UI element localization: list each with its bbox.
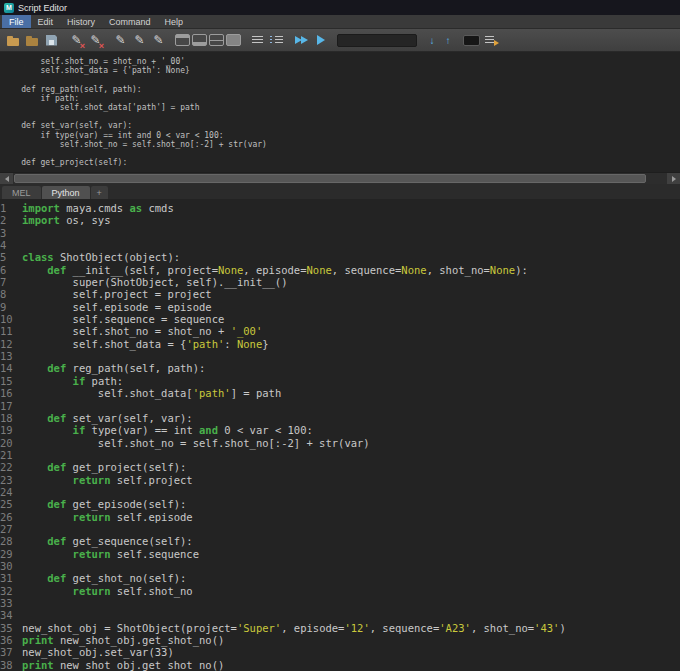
line-number: 14 xyxy=(0,362,22,374)
line-number: 30 xyxy=(0,560,22,572)
quick-help-swatch[interactable] xyxy=(463,35,480,46)
code-line: 36print new_shot_obj.get_shot_no() xyxy=(0,634,680,646)
clear-input-icon[interactable]: ✎ xyxy=(87,32,104,49)
tab-mel[interactable]: MEL xyxy=(2,186,41,199)
line-number: 37 xyxy=(0,646,22,658)
source-script-icon[interactable] xyxy=(24,32,41,49)
line-number: 17 xyxy=(0,400,22,412)
tab-python[interactable]: Python xyxy=(42,186,90,199)
execute-icon[interactable] xyxy=(312,32,329,49)
line-number: 32 xyxy=(0,585,22,597)
code-line: 8 self.project = project xyxy=(0,288,680,300)
code-line: 10 self.sequence = sequence xyxy=(0,313,680,325)
history-output: self.shot_no = shot_no + '_00' self.shot… xyxy=(2,57,680,167)
menu-edit[interactable]: Edit xyxy=(31,15,61,28)
line-number: 20 xyxy=(0,437,22,449)
line-number: 7 xyxy=(0,276,22,288)
script-editor-window: M Script Editor FileEditHistoryCommandHe… xyxy=(0,0,680,671)
code-line: 37new_shot_obj.set_var(33) xyxy=(0,646,680,658)
code-line: 35new_shot_obj = ShotObject(project='Sup… xyxy=(0,622,680,634)
line-number: 10 xyxy=(0,313,22,325)
menu-command[interactable]: Command xyxy=(102,15,158,28)
search-down-icon[interactable]: ↓ xyxy=(425,32,439,49)
execute-all-icon[interactable] xyxy=(293,32,310,49)
show-input-pane-icon[interactable] xyxy=(192,34,207,46)
code-line: self.shot_data = {'path': None} xyxy=(2,66,680,75)
menu-history[interactable]: History xyxy=(60,15,102,28)
line-number: 35 xyxy=(0,622,22,634)
history-hscrollbar[interactable] xyxy=(0,172,680,184)
open-script-icon[interactable] xyxy=(5,32,22,49)
window-title: Script Editor xyxy=(18,3,67,13)
history-pane[interactable]: self.shot_no = shot_no + '_00' self.shot… xyxy=(0,52,680,172)
code-line: 9 self.episode = episode xyxy=(0,301,680,313)
code-line: 4 xyxy=(0,239,680,251)
line-number: 36 xyxy=(0,634,22,646)
code-line: 17 xyxy=(0,400,680,412)
line-number: 2 xyxy=(0,214,22,226)
save-script-icon[interactable] xyxy=(43,32,60,49)
search-up-icon[interactable]: ↑ xyxy=(441,32,455,49)
show-both-panes-icon[interactable] xyxy=(209,34,224,46)
code-line: def set_var(self, var): xyxy=(2,121,680,130)
line-number: 1 xyxy=(0,202,22,214)
command-completion-icon[interactable] xyxy=(482,32,499,49)
code-line xyxy=(2,149,680,158)
input-pane[interactable]: 1import maya.cmds as cmds2import os, sys… xyxy=(0,199,680,671)
code-line: 26 return self.episode xyxy=(0,511,680,523)
line-number: 3 xyxy=(0,227,22,239)
code-line: 25 def get_episode(self): xyxy=(0,498,680,510)
scrollbar-thumb[interactable] xyxy=(14,174,646,183)
line-number: 13 xyxy=(0,350,22,362)
line-number: 6 xyxy=(0,264,22,276)
code-line: 18 def set_var(self, var): xyxy=(0,412,680,424)
line-number: 29 xyxy=(0,548,22,560)
code-line: 3 xyxy=(0,227,680,239)
code-line: 31 def get_shot_no(self): xyxy=(0,572,680,584)
line-number: 34 xyxy=(0,609,22,621)
show-history-pane-icon[interactable] xyxy=(175,34,190,46)
scrollbar-track[interactable] xyxy=(14,173,666,184)
line-number: 33 xyxy=(0,597,22,609)
code-line: 15 if path: xyxy=(0,375,680,387)
show-help-pane-icon[interactable] xyxy=(226,34,241,46)
code-line: 16 self.shot_data['path'] = path xyxy=(0,387,680,399)
menu-help[interactable]: Help xyxy=(158,15,191,28)
code-line xyxy=(2,75,680,84)
command-search-input[interactable] xyxy=(337,34,417,47)
code-line: 2import os, sys xyxy=(0,214,680,226)
menu-file[interactable]: File xyxy=(2,15,31,28)
code-line: 29 return self.sequence xyxy=(0,548,680,560)
maya-icon: M xyxy=(4,3,14,13)
show-line-numbers-icon[interactable] xyxy=(268,32,285,49)
echo-all-commands-icon[interactable] xyxy=(249,32,266,49)
line-number: 4 xyxy=(0,239,22,251)
new-python-tab-icon[interactable]: ✎ xyxy=(131,32,148,49)
code-line: def get_project(self): xyxy=(2,158,680,167)
code-line: 28 def get_sequence(self): xyxy=(0,535,680,547)
clear-history-icon[interactable]: ✎ xyxy=(68,32,85,49)
line-number: 26 xyxy=(0,511,22,523)
line-number: 15 xyxy=(0,375,22,387)
code-line: 24 xyxy=(0,486,680,498)
code-line: 21 xyxy=(0,449,680,461)
code-line: 22 def get_project(self): xyxy=(0,461,680,473)
scroll-left-icon[interactable] xyxy=(0,173,13,184)
code-line: 7 super(ShotObject, self).__init__() xyxy=(0,276,680,288)
script-code: 1import maya.cmds as cmds2import os, sys… xyxy=(0,202,680,671)
code-line xyxy=(2,112,680,121)
code-line: 32 return self.shot_no xyxy=(0,585,680,597)
code-line: 27 xyxy=(0,523,680,535)
scroll-right-icon[interactable] xyxy=(667,173,680,184)
line-number: 22 xyxy=(0,461,22,473)
new-expression-tab-icon[interactable]: ✎ xyxy=(150,32,167,49)
line-number: 23 xyxy=(0,474,22,486)
code-line: 13 xyxy=(0,350,680,362)
new-mel-tab-icon[interactable]: ✎ xyxy=(112,32,129,49)
line-number: 5 xyxy=(0,251,22,263)
line-number: 28 xyxy=(0,535,22,547)
code-line: 33 xyxy=(0,597,680,609)
code-line: self.shot_no = self.shot_no[:-2] + str(v… xyxy=(2,140,680,149)
line-number: 24 xyxy=(0,486,22,498)
add-tab-button[interactable]: + xyxy=(91,186,108,199)
